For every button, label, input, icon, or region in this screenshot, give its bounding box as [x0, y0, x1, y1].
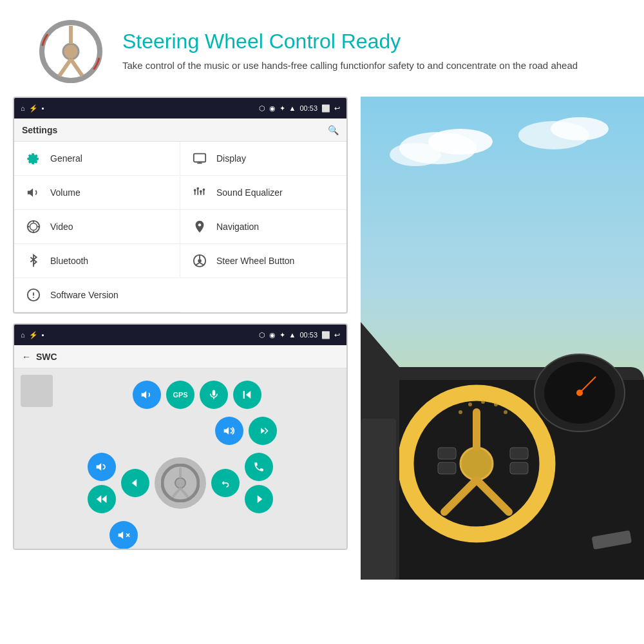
settings-item-bluetooth[interactable]: Bluetooth [14, 244, 180, 278]
swc-signal-icon: ▲ [289, 331, 296, 339]
svg-marker-38 [224, 427, 229, 435]
svg-rect-79 [361, 419, 396, 580]
window-icon: ⬜ [321, 104, 330, 113]
settings-item-display[interactable]: Display [180, 142, 346, 176]
swc-row-1: GPS [99, 381, 261, 409]
car-panel [361, 97, 644, 580]
swc-cast-icon: ⬡ [259, 331, 265, 339]
software-icon [24, 286, 43, 304]
swc-back-button[interactable]: ← [22, 352, 31, 362]
swc-time: 00:53 [299, 331, 317, 339]
time-display: 00:53 [299, 104, 317, 112]
swc-statusbar: ⌂ ⚡ ▪ ⬡ ◉ ✦ ▲ 00:53 ⬜ ↩ [14, 325, 346, 345]
general-label: General [50, 153, 82, 164]
svg-marker-9 [28, 189, 33, 197]
back-icon: ↩ [334, 104, 340, 113]
settings-item-video[interactable]: Video [14, 210, 180, 244]
swc-steering-center [155, 457, 206, 509]
svg-point-78 [504, 410, 507, 414]
svg-marker-36 [246, 391, 251, 399]
settings-item-software[interactable]: Software Version [14, 278, 180, 312]
settings-title: Settings [22, 125, 57, 135]
vol-right-btn[interactable] [215, 417, 243, 445]
header-text: Steering Wheel Control Ready Take contro… [122, 30, 578, 73]
skip-left-btn[interactable] [121, 469, 149, 497]
settings-item-volume[interactable]: Volume [14, 176, 180, 210]
vol-up-left-btn[interactable] [88, 453, 116, 481]
page-description: Take control of the music or use hands-f… [122, 59, 578, 73]
page-title: Steering Wheel Control Ready [122, 30, 578, 53]
svg-line-29 [200, 263, 204, 265]
navigation-label: Navigation [216, 222, 259, 232]
svg-line-47 [180, 488, 188, 497]
gps-btn[interactable]: GPS [166, 381, 194, 409]
statusbar: ⌂ ⚡ ▪ ⬡ ◉ ✦ ▲ 00:53 ⬜ ↩ [14, 98, 346, 118]
svg-marker-42 [132, 479, 137, 487]
svg-rect-34 [213, 390, 216, 396]
display-icon [191, 149, 209, 167]
swc-back-icon: ↩ [334, 331, 340, 339]
mic-btn[interactable] [200, 381, 228, 409]
svg-point-76 [481, 400, 485, 404]
svg-point-26 [198, 259, 202, 263]
svg-rect-73 [510, 462, 528, 474]
cast-icon: ⬡ [259, 104, 265, 113]
battery-icon: ▪ [42, 104, 44, 112]
svg-line-46 [173, 488, 180, 497]
swc-battery-icon: ▪ [42, 331, 44, 339]
skip-right-btn[interactable] [245, 485, 273, 513]
settings-grid: General Display [14, 142, 346, 312]
svg-marker-41 [102, 495, 107, 503]
rewind-btn[interactable] [88, 485, 116, 513]
svg-marker-49 [118, 531, 124, 539]
swc-row-2 [77, 417, 283, 445]
undo-btn[interactable] [211, 469, 240, 497]
bluetooth-label: Bluetooth [50, 256, 88, 266]
location-icon: ◉ [269, 104, 276, 113]
swc-bt-icon: ✦ [279, 331, 285, 339]
settings-item-sound-eq[interactable]: Sound Equalizer [180, 176, 346, 210]
gear-icon [24, 149, 43, 167]
phone-btn[interactable] [245, 453, 273, 481]
settings-item-general[interactable]: General [14, 142, 180, 176]
svg-point-74 [459, 410, 462, 414]
sound-eq-label: Sound Equalizer [216, 187, 283, 198]
equalizer-icon [191, 184, 209, 202]
volume-icon [24, 184, 43, 202]
bluetooth-icon [24, 252, 43, 270]
statusbar-left: ⌂ ⚡ ▪ [21, 104, 44, 113]
settings-item-steer[interactable]: Steer Wheel Button [180, 244, 346, 278]
steer-icon [191, 252, 209, 270]
svg-marker-48 [258, 495, 263, 503]
video-label: Video [50, 222, 73, 232]
svg-point-32 [33, 297, 34, 298]
svg-marker-33 [142, 391, 147, 399]
svg-point-63 [576, 390, 583, 396]
svg-rect-72 [510, 448, 528, 459]
bluetooth-status-icon: ✦ [279, 104, 285, 113]
swc-title: SWC [36, 352, 57, 362]
swc-header: ← SWC [14, 345, 346, 368]
svg-line-28 [196, 263, 200, 265]
svg-point-14 [194, 189, 196, 192]
home-icon: ⌂ [21, 104, 25, 112]
swc-indicator [21, 375, 53, 407]
steering-wheel-logo [39, 19, 103, 84]
settings-item-navigation[interactable]: Navigation [180, 210, 346, 244]
swc-window-icon: ⬜ [321, 331, 330, 339]
vol-up-btn[interactable] [133, 381, 161, 409]
skip-fwd-btn[interactable] [249, 417, 277, 445]
search-icon[interactable]: 🔍 [328, 125, 339, 135]
svg-marker-40 [97, 495, 102, 503]
software-label: Software Version [50, 290, 118, 300]
swc-usb-icon: ⚡ [29, 331, 38, 339]
svg-point-15 [196, 187, 199, 190]
swc-home-icon: ⌂ [21, 331, 25, 339]
vol-down-btn[interactable] [109, 521, 138, 549]
swc-location-icon: ◉ [269, 331, 276, 339]
svg-point-77 [494, 402, 498, 406]
svg-point-55 [390, 143, 441, 166]
prev-track-btn[interactable] [233, 381, 261, 409]
settings-screen: ⌂ ⚡ ▪ ⬡ ◉ ✦ ▲ 00:53 ⬜ ↩ Settings 🔍 [13, 97, 348, 314]
swc-body: GPS [14, 368, 346, 549]
